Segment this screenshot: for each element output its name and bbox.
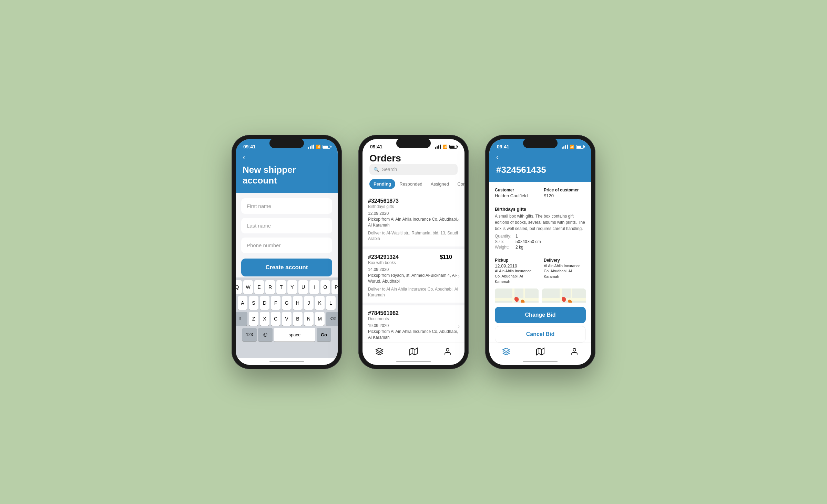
emoji-key[interactable]: ☺	[258, 328, 273, 342]
time-1: 09:41	[243, 144, 256, 149]
first-name-input[interactable]: First name	[241, 198, 332, 214]
key-i[interactable]: I	[309, 280, 319, 294]
spec-quantity: Quantity: 1	[495, 234, 586, 239]
phone-2: 09:41 📶 Orders 🔍	[358, 135, 469, 369]
delivery-map	[542, 288, 586, 303]
order-route-2: Pickup from Riyadh, st. Ahmed Al-Bickham…	[368, 273, 459, 284]
weight-label: Weight:	[495, 245, 513, 250]
create-account-button[interactable]: Create account	[241, 259, 332, 276]
key-f[interactable]: F	[271, 296, 280, 310]
dynamic-island-2	[396, 138, 431, 148]
order-card-3[interactable]: #784561982 Documents 19.09.2020 Pickup f…	[363, 305, 464, 343]
back-button-3[interactable]: ‹	[496, 153, 584, 162]
order-card-2[interactable]: #234291324 $110 Box with books 14.09.202…	[363, 249, 464, 303]
tab-completed[interactable]: Completed	[453, 179, 464, 189]
customer-col: Customer Holden Caulfield	[495, 188, 537, 198]
pickup-label: Pickup	[495, 258, 537, 263]
chevron-icon-2: ›	[458, 273, 460, 279]
order-card-1[interactable]: #324561873 Birthdays gifts 12.09.2020 Pi…	[363, 193, 464, 246]
key-p[interactable]: P	[331, 280, 338, 294]
dynamic-island-3	[523, 138, 558, 148]
change-bid-button[interactable]: Change Bid	[495, 307, 586, 323]
go-key[interactable]: Go	[317, 328, 331, 342]
nav-box-icon-3[interactable]	[499, 346, 513, 357]
tab-pending[interactable]: Pending	[369, 179, 395, 189]
key-o[interactable]: O	[320, 280, 330, 294]
key-l[interactable]: L	[326, 296, 336, 310]
key-g[interactable]: G	[282, 296, 292, 310]
home-indicator-3	[489, 358, 591, 365]
signal-icon-2	[435, 145, 441, 149]
time-3: 09:41	[497, 144, 509, 149]
wifi-icon-1: 📶	[316, 145, 321, 149]
status-icons-2: 📶	[435, 145, 457, 149]
battery-icon-3	[576, 145, 584, 149]
bottom-nav-2	[363, 343, 464, 358]
phone1-body: First name Last name Phone number Create…	[236, 193, 338, 277]
key-j[interactable]: J	[304, 296, 314, 310]
weight-val: 2 kg	[515, 245, 523, 250]
phone-input[interactable]: Phone number	[241, 238, 332, 253]
nav-map-icon[interactable]	[407, 346, 420, 357]
home-indicator-1	[236, 358, 338, 365]
specs: Quantity: 1 Size: 50×40×50 cm Weight: 2 …	[495, 234, 586, 250]
search-bar[interactable]: 🔍 Search	[369, 164, 458, 175]
customer-label: Customer	[495, 188, 537, 192]
kb-row-1: Q W E R T Y U I O P	[237, 280, 336, 294]
delivery-address: Al Ain Ahlia Incurance Co, Abudhabi, Al …	[544, 263, 586, 279]
tab-assigned[interactable]: Assigned	[427, 179, 453, 189]
quantity-label: Quantity:	[495, 234, 513, 239]
order-route-3: Pickup from Al Ain Ahlia Incurance Co, A…	[368, 329, 459, 340]
key-s[interactable]: S	[249, 296, 258, 310]
key-d[interactable]: D	[260, 296, 269, 310]
backspace-key[interactable]: ⌫	[326, 312, 338, 326]
key-h[interactable]: H	[293, 296, 303, 310]
signal-icon-3	[562, 145, 568, 149]
order-deliver-2: Deliver to Al Ain Ahlia Incurance Co, Ab…	[368, 286, 459, 298]
nav-user-icon-3[interactable]	[568, 346, 581, 357]
bottom-nav-3	[489, 343, 591, 358]
key-z[interactable]: Z	[249, 312, 258, 326]
key-t[interactable]: T	[276, 280, 286, 294]
package-title: Birthdays gifts	[495, 207, 586, 212]
key-b[interactable]: B	[293, 312, 303, 326]
customer-price-row: Customer Holden Caulfield Price of custo…	[495, 188, 586, 198]
svg-marker-0	[410, 348, 417, 355]
key-k[interactable]: K	[315, 296, 325, 310]
order-id-3: #784561982	[368, 310, 459, 316]
wifi-icon-2: 📶	[443, 145, 448, 149]
phones-container: 09:41 📶 ‹ New shipper acc	[232, 135, 595, 369]
time-2: 09:41	[370, 144, 382, 149]
space-key[interactable]: space	[274, 328, 315, 342]
back-button-1[interactable]: ‹	[243, 153, 331, 162]
key-m[interactable]: M	[315, 312, 325, 326]
key-q[interactable]: Q	[236, 280, 242, 294]
package-desc: A small box with gifts. The box contains…	[495, 213, 586, 232]
key-r[interactable]: R	[265, 280, 275, 294]
key-x[interactable]: X	[260, 312, 269, 326]
svg-marker-4	[537, 348, 544, 355]
key-y[interactable]: Y	[287, 280, 297, 294]
key-a[interactable]: A	[238, 296, 247, 310]
nav-box-icon[interactable]	[372, 346, 386, 357]
key-w[interactable]: W	[243, 280, 253, 294]
delivery-col: Delivery Al Ain Ahlia Incurance Co, Abud…	[544, 258, 586, 284]
key-n[interactable]: N	[304, 312, 314, 326]
wifi-icon-3: 📶	[570, 145, 574, 149]
num-key[interactable]: 123	[242, 328, 257, 342]
order-type-3: Documents	[368, 316, 459, 321]
pickup-map	[495, 288, 539, 303]
tabs: Pending Responded Assigned Completed	[369, 179, 458, 189]
page-title-2: Orders	[369, 153, 458, 164]
tab-responded[interactable]: Responded	[395, 179, 427, 189]
nav-user-icon[interactable]	[441, 346, 455, 357]
phone3-header: ‹ #324561435	[489, 151, 591, 182]
nav-map-icon-3[interactable]	[533, 346, 547, 357]
key-u[interactable]: U	[298, 280, 308, 294]
key-v[interactable]: V	[282, 312, 292, 326]
key-e[interactable]: E	[254, 280, 264, 294]
key-c[interactable]: C	[271, 312, 280, 326]
shift-key[interactable]: ⇧	[236, 312, 247, 326]
cancel-bid-button[interactable]: Cancel Bid	[495, 326, 586, 343]
last-name-input[interactable]: Last name	[241, 218, 332, 233]
